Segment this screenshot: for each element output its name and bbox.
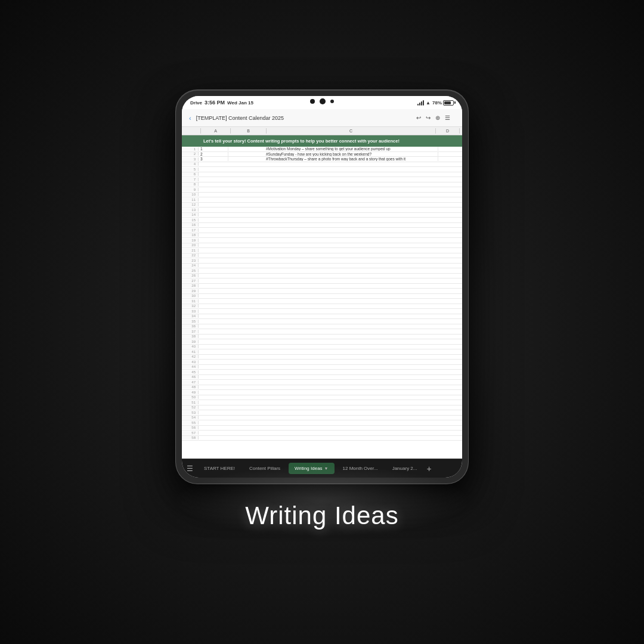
row-number: 29 [182, 289, 199, 293]
row-number: 18 [182, 233, 199, 237]
table-row[interactable]: 16 [182, 223, 462, 228]
table-row[interactable]: 49 [182, 390, 462, 395]
status-date: Wed Jan 15 [227, 100, 253, 106]
cell-a[interactable]: 2 [199, 152, 228, 156]
add-tab-button[interactable]: + [426, 464, 431, 473]
table-row[interactable]: 5 [182, 167, 462, 172]
cell-a[interactable]: 1 [199, 147, 228, 151]
cell-content[interactable]: #ThrowbackThursday – share a photo from … [264, 157, 438, 161]
row-number: 14 [182, 213, 199, 216]
comment-button[interactable]: ☰ [445, 114, 450, 121]
table-row[interactable]: 8 [182, 182, 462, 188]
row-number: 49 [182, 391, 199, 394]
back-button[interactable]: ‹ [189, 114, 191, 122]
table-row[interactable]: 34 [182, 314, 462, 320]
table-row[interactable]: 31 [182, 299, 462, 304]
table-row[interactable]: 43 [182, 360, 462, 365]
table-row[interactable]: 48 [182, 385, 462, 391]
row-number: 44 [182, 365, 199, 369]
table-row[interactable]: 52 [182, 405, 462, 411]
table-row[interactable]: 44 [182, 365, 462, 370]
table-row[interactable]: 13 [182, 208, 462, 213]
table-row[interactable]: 6 [182, 172, 462, 178]
table-row[interactable]: 9 [182, 187, 462, 193]
row-number: 6 [182, 172, 199, 176]
table-row[interactable]: 45 [182, 370, 462, 375]
signal-bar-3 [421, 101, 422, 106]
collaborators-button[interactable]: ⊕ [435, 114, 440, 121]
table-row[interactable]: 22 [182, 253, 462, 259]
table-row[interactable]: 12 [182, 203, 462, 208]
table-row[interactable]: 40 [182, 345, 462, 350]
table-row[interactable]: 38 [182, 335, 462, 340]
table-row[interactable]: 23 [182, 258, 462, 264]
row-number: 8 [182, 182, 199, 186]
table-row[interactable]: 22#SundayFunday - how are you kicking ba… [182, 152, 462, 157]
row-number: 31 [182, 299, 199, 303]
row-number: 56 [182, 426, 199, 429]
table-row[interactable]: 50 [182, 395, 462, 401]
table-row[interactable]: 32 [182, 304, 462, 309]
table-row[interactable]: 28 [182, 284, 462, 289]
table-row[interactable]: 39 [182, 339, 462, 345]
redo-button[interactable]: ↪ [426, 114, 431, 121]
row-number: 30 [182, 294, 199, 298]
table-row[interactable]: 58 [182, 436, 462, 441]
table-row[interactable]: 19 [182, 238, 462, 243]
front-camera [330, 100, 334, 103]
table-row[interactable]: 36 [182, 324, 462, 330]
table-row[interactable]: 4 [182, 162, 462, 168]
table-row[interactable]: 11 [182, 197, 462, 203]
table-row[interactable]: 29 [182, 289, 462, 294]
table-row[interactable]: 11#Motivation Monday – share something t… [182, 147, 462, 152]
tab-content-pillars[interactable]: Content Pillars [243, 463, 286, 474]
row-number: 12 [182, 203, 199, 206]
signal-bar-2 [419, 103, 420, 106]
table-row[interactable]: 57 [182, 431, 462, 436]
cell-content[interactable]: #SundayFunday - how are you kicking back… [264, 152, 438, 156]
table-row[interactable]: 35 [182, 319, 462, 324]
table-row[interactable]: 47 [182, 380, 462, 385]
cell-content[interactable]: #Motivation Monday – share something to … [264, 147, 438, 151]
table-row[interactable]: 56 [182, 426, 462, 431]
table-row[interactable]: 27 [182, 278, 462, 284]
table-row[interactable]: 7 [182, 177, 462, 182]
table-row[interactable]: 18 [182, 233, 462, 239]
table-row[interactable]: 46 [182, 375, 462, 380]
table-row[interactable]: 20 [182, 243, 462, 249]
table-row[interactable]: 37 [182, 329, 462, 335]
page-title: Writing Ideas [245, 501, 398, 530]
table-row[interactable]: 51 [182, 400, 462, 405]
table-row[interactable]: 10 [182, 193, 462, 198]
tab-12-month[interactable]: 12 Month Over... [337, 463, 384, 474]
row-number: 55 [182, 421, 199, 425]
tab-start-here[interactable]: START HERE! [198, 463, 241, 474]
table-row[interactable]: 55 [182, 420, 462, 426]
table-row[interactable]: 25 [182, 268, 462, 274]
tab-writing-ideas[interactable]: Writing Ideas ▼ [289, 463, 334, 474]
table-row[interactable]: 41 [182, 349, 462, 355]
row-number: 27 [182, 279, 199, 283]
row-number: 53 [182, 411, 199, 414]
table-row[interactable]: 33 [182, 309, 462, 314]
table-row[interactable]: 21 [182, 248, 462, 253]
cell-a[interactable]: 3 [199, 157, 228, 161]
tab-january[interactable]: January 2... [386, 463, 423, 474]
table-row[interactable]: 30 [182, 294, 462, 299]
undo-button[interactable]: ↩ [416, 114, 421, 121]
table-row[interactable]: 33#ThrowbackThursday – share a photo fro… [182, 157, 462, 162]
table-row[interactable]: 54 [182, 416, 462, 421]
tab-menu-icon[interactable]: ☰ [187, 465, 193, 473]
table-row[interactable]: 53 [182, 410, 462, 416]
row-number: 35 [182, 320, 199, 323]
table-row[interactable]: 42 [182, 355, 462, 360]
table-row[interactable]: 15 [182, 218, 462, 223]
banner-text: Let's tell your story! Content writing p… [203, 138, 457, 144]
row-number: 19 [182, 239, 199, 242]
table-row[interactable]: 17 [182, 228, 462, 233]
table-row[interactable]: 24 [182, 264, 462, 269]
table-row[interactable]: 26 [182, 274, 462, 279]
table-row[interactable]: 14 [182, 213, 462, 218]
row-number: 58 [182, 436, 199, 439]
status-app: Drive [190, 100, 202, 106]
